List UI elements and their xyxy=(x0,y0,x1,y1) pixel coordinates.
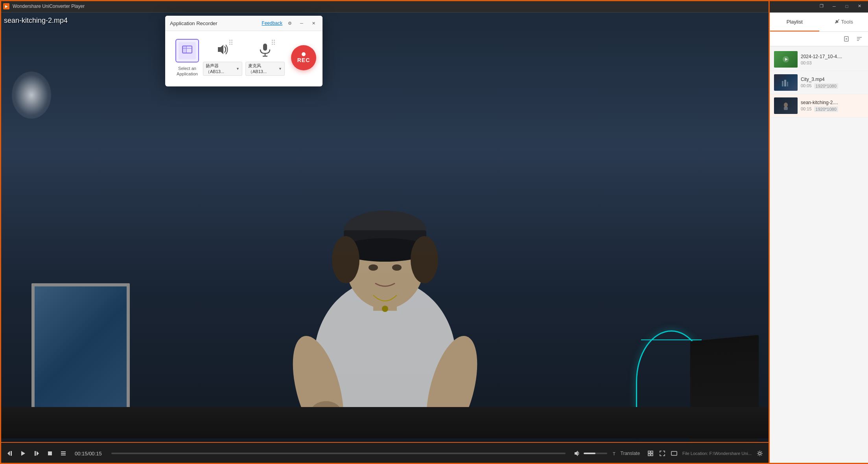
rec-dot xyxy=(302,52,306,56)
window-border-top xyxy=(0,0,868,1)
video-filename: sean-kitching-2.mp4 xyxy=(4,17,68,25)
svg-marker-17 xyxy=(21,451,25,456)
svg-rect-20 xyxy=(48,451,52,455)
mic-dropdown[interactable]: 麦克风（AB13... ▼ xyxy=(245,62,285,76)
volume-icon[interactable] xyxy=(572,448,582,458)
minimize-button[interactable]: ❐ xyxy=(816,2,827,10)
playlist-item-2-meta: 00:05 1920*1080 xyxy=(801,83,864,89)
prev-button[interactable] xyxy=(5,448,15,458)
playlist-item-3-resolution: 1920*1080 xyxy=(814,106,838,112)
light-orb xyxy=(12,72,51,119)
svg-point-42 xyxy=(784,103,788,107)
svg-point-7 xyxy=(332,236,359,283)
speaker-dropdown[interactable]: 扬声器（AB13... ▼ xyxy=(203,62,242,76)
playlist-button[interactable] xyxy=(58,448,68,458)
svg-rect-19 xyxy=(35,451,36,456)
tab-tools[interactable]: Tools xyxy=(819,13,868,31)
video-area[interactable]: sean-kitching-2.mp4 00:15/ xyxy=(0,13,770,464)
file-path: F:\Wondershare Uni... xyxy=(710,451,752,456)
dialog-title: Application Recorder xyxy=(170,20,217,26)
sort-button[interactable] xyxy=(854,33,865,44)
aspect-button[interactable] xyxy=(669,448,679,458)
app-select-label: Select an Application xyxy=(171,66,203,77)
resize-button[interactable] xyxy=(645,448,656,458)
mic-icon-box xyxy=(255,40,275,59)
extra-controls xyxy=(645,448,679,458)
maximize-button[interactable]: □ xyxy=(841,2,852,10)
playlist-item[interactable]: City_3.mp4 00:05 1920*1080 xyxy=(770,71,868,94)
person-figure xyxy=(267,169,503,436)
svg-point-14 xyxy=(382,306,388,312)
settings-button-main[interactable] xyxy=(755,448,765,458)
playlist-item-2-info: City_3.mp4 00:05 1920*1080 xyxy=(801,77,864,89)
svg-rect-23 xyxy=(61,455,66,455)
svg-rect-41 xyxy=(787,82,788,86)
rec-button[interactable]: REC xyxy=(291,45,316,70)
svg-marker-48 xyxy=(218,45,223,54)
picture-frame xyxy=(31,283,130,417)
tab-playlist[interactable]: Playlist xyxy=(770,13,819,31)
svg-rect-30 xyxy=(671,451,677,455)
app-select-icon[interactable] xyxy=(175,39,199,62)
dialog-minimize-button[interactable]: ─ xyxy=(297,19,306,28)
speaker-icon xyxy=(215,42,230,57)
dialog-close-button[interactable]: ✕ xyxy=(309,19,318,28)
main-container: sean-kitching-2.mp4 00:15/ xyxy=(0,13,868,464)
title-bar-left: ▶ Wondershare UniConverter Player xyxy=(3,3,85,9)
playlist-item-1-name: 2024-12-17_10-4.... xyxy=(801,54,864,59)
translate-button[interactable]: T Translate xyxy=(610,449,643,457)
rec-section: REC xyxy=(285,45,316,70)
app-selector[interactable]: Select an Application xyxy=(171,39,203,77)
file-location-label: File Location: F:\Wondershare Uni... xyxy=(682,451,752,456)
svg-rect-28 xyxy=(648,454,650,456)
dialog-body: Select an Application xyxy=(165,31,323,86)
playlist-item-2-duration: 00:05 xyxy=(801,83,812,89)
dialog-feedback-link[interactable]: Feedback xyxy=(262,20,282,26)
playlist-item-3-info: sean-kitching-2.... 00:15 1920*1080 xyxy=(801,100,864,112)
title-bar: ▶ Wondershare UniConverter Player ❐ ─ □ … xyxy=(0,0,868,13)
window-controls: ❐ ─ □ ✕ xyxy=(816,2,865,10)
playlist-items: 2024-12-17_10-4.... 00:03 City_3.mp4 00:… xyxy=(770,46,868,464)
playlist-item-2-resolution: 1920*1080 xyxy=(814,83,838,89)
volume-control xyxy=(572,448,607,458)
speaker-dropdown-arrow: ▼ xyxy=(236,67,240,71)
right-sidebar: Playlist Tools xyxy=(770,13,868,464)
svg-rect-43 xyxy=(784,107,788,110)
svg-point-31 xyxy=(759,452,761,455)
sidebar-tabs: Playlist Tools xyxy=(770,13,868,32)
desk xyxy=(0,407,770,438)
dialog-title-right: Feedback ⚙ ─ ✕ xyxy=(262,19,318,28)
controls-bar: 00:15/00:15 T Translate xyxy=(0,442,770,464)
svg-rect-26 xyxy=(648,451,650,453)
volume-fill xyxy=(584,453,595,454)
close-button[interactable]: ✕ xyxy=(854,2,865,10)
app-icon: ▶ xyxy=(3,3,9,9)
playlist-item-3-duration: 00:15 xyxy=(801,106,812,112)
app-recorder-dialog[interactable]: Application Recorder Feedback ⚙ ─ ✕ xyxy=(165,16,323,86)
playlist-item-active[interactable]: sean-kitching-2.... 00:15 1920*1080 xyxy=(770,94,868,117)
speaker-dots xyxy=(229,40,232,45)
stop-button[interactable] xyxy=(45,448,55,458)
playlist-item[interactable]: 2024-12-17_10-4.... 00:03 xyxy=(770,48,868,71)
speaker-icon-box xyxy=(213,40,232,59)
mic-dropdown-arrow: ▼ xyxy=(278,67,282,71)
svg-marker-18 xyxy=(37,451,39,456)
restore-button[interactable]: ─ xyxy=(829,2,840,10)
add-file-button[interactable] xyxy=(841,33,852,44)
svg-rect-21 xyxy=(61,451,66,452)
translate-label: Translate xyxy=(621,451,640,456)
fullscreen-button[interactable] xyxy=(657,448,667,458)
next-button[interactable] xyxy=(31,448,42,458)
mic-dots xyxy=(272,40,275,45)
dialog-settings-button[interactable]: ⚙ xyxy=(286,19,294,28)
tools-icon xyxy=(834,19,840,24)
svg-marker-24 xyxy=(575,451,578,456)
progress-bar[interactable] xyxy=(111,453,566,454)
sidebar-header-icons xyxy=(770,32,868,46)
play-button[interactable] xyxy=(18,448,28,458)
svg-rect-39 xyxy=(782,81,783,86)
mic-device: 麦克风（AB13... ▼ xyxy=(245,40,285,76)
svg-rect-45 xyxy=(182,46,186,53)
volume-slider[interactable] xyxy=(584,453,607,454)
svg-point-9 xyxy=(369,264,378,271)
